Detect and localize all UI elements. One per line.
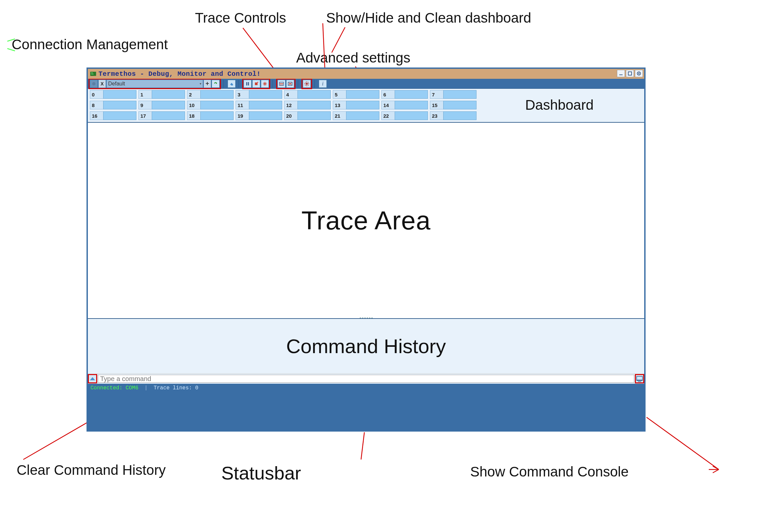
field-value[interactable] — [200, 111, 234, 120]
refresh-profiles-button[interactable] — [212, 80, 220, 88]
dashboard-field[interactable]: 5 — [333, 90, 379, 99]
field-label: 17 — [138, 111, 152, 120]
dashboard-field[interactable]: 12 — [284, 101, 331, 109]
command-history-label: Command History — [286, 335, 446, 358]
eraser-icon — [89, 375, 96, 382]
dashboard-field[interactable]: 2 — [187, 90, 234, 99]
field-value[interactable] — [103, 101, 136, 109]
close-window-button[interactable] — [635, 70, 643, 77]
toolbar-separator — [239, 80, 241, 88]
info-button[interactable]: i — [319, 80, 327, 88]
app-window: Termethos - Debug, Monitor and Control! … — [86, 67, 646, 432]
dashboard-field[interactable]: 19 — [236, 111, 282, 120]
dashboard-field[interactable]: 3 — [236, 90, 282, 99]
dashboard-field[interactable]: 21 — [333, 111, 379, 120]
field-value[interactable] — [395, 90, 428, 99]
stop-trace-button[interactable] — [252, 80, 260, 88]
dashboard-field[interactable]: 22 — [381, 111, 428, 120]
field-value[interactable] — [443, 101, 476, 109]
svg-rect-16 — [619, 74, 623, 75]
pause-trace-button[interactable] — [244, 80, 252, 88]
field-value[interactable] — [249, 111, 282, 120]
field-value[interactable] — [298, 111, 331, 120]
status-separator: | — [144, 385, 148, 391]
dashboard-field[interactable]: 23 — [430, 111, 476, 120]
field-value[interactable] — [103, 111, 136, 120]
field-label: 6 — [381, 90, 395, 99]
field-value[interactable] — [395, 111, 428, 120]
freeze-trace-button[interactable] — [261, 80, 269, 88]
field-value[interactable] — [152, 90, 185, 99]
svg-rect-15 — [91, 74, 94, 74]
command-input-row — [88, 374, 644, 384]
svg-rect-39 — [307, 81, 307, 82]
dashboard-field[interactable]: 8 — [90, 101, 136, 109]
dashboard-field[interactable]: 4 — [284, 90, 331, 99]
svg-rect-48 — [637, 377, 642, 380]
dashboard-field[interactable]: 18 — [187, 111, 234, 120]
field-value[interactable] — [443, 90, 476, 99]
dashboard-field[interactable]: 13 — [333, 101, 379, 109]
field-value[interactable] — [249, 90, 282, 99]
advanced-settings-group — [302, 79, 312, 88]
annotation-clear-cmd-history: Clear Command History — [17, 462, 166, 478]
field-value[interactable] — [200, 90, 234, 99]
field-value[interactable] — [152, 101, 185, 109]
svg-rect-23 — [246, 82, 247, 85]
add-profile-button[interactable]: + — [204, 80, 211, 88]
dashboard-field[interactable]: 17 — [138, 111, 185, 120]
window-title: Termethos - Debug, Monitor and Control! — [98, 70, 261, 78]
status-connected: Connected: COM6 — [90, 385, 138, 391]
minimize-button[interactable] — [617, 70, 625, 77]
dashboard-field[interactable]: 0 — [90, 90, 136, 99]
svg-rect-44 — [308, 82, 309, 83]
field-value[interactable] — [346, 111, 379, 120]
field-label: 23 — [430, 111, 443, 120]
dashboard-field[interactable]: 16 — [90, 111, 136, 120]
svg-line-5 — [332, 27, 345, 53]
dashboard-field[interactable]: 10 — [187, 101, 234, 109]
gear-icon — [305, 81, 309, 86]
field-value[interactable] — [395, 101, 428, 109]
command-history-panel[interactable]: Command History — [88, 319, 644, 374]
dashboard-field[interactable]: 14 — [381, 101, 428, 109]
dashboard-field[interactable]: 11 — [236, 101, 282, 109]
trace-area[interactable]: Trace Area — [88, 123, 644, 319]
field-label: 20 — [284, 111, 298, 120]
clear-trace-button[interactable] — [228, 80, 236, 88]
field-value[interactable] — [298, 101, 331, 109]
field-label: 15 — [430, 101, 443, 109]
field-value[interactable] — [346, 90, 379, 99]
command-input[interactable] — [98, 375, 634, 383]
show-command-console-button[interactable] — [636, 375, 644, 383]
clean-dashboard-button[interactable] — [286, 80, 294, 88]
svg-rect-31 — [280, 82, 284, 85]
field-value[interactable] — [298, 90, 331, 99]
toggle-dashboard-button[interactable] — [278, 80, 286, 88]
dashboard-field[interactable]: 6 — [381, 90, 428, 99]
field-value[interactable] — [200, 101, 234, 109]
dashboard-field[interactable]: 1 — [138, 90, 185, 99]
x-icon: X — [100, 81, 103, 86]
advanced-settings-button[interactable] — [303, 80, 311, 88]
dashboard-field[interactable]: 9 — [138, 101, 185, 109]
profile-select[interactable]: Default ▾ — [106, 80, 203, 88]
splitter-handle[interactable] — [356, 317, 376, 319]
field-value[interactable] — [152, 111, 185, 120]
field-value[interactable] — [443, 111, 476, 120]
disconnect-button[interactable]: X — [98, 80, 106, 88]
field-label: 8 — [90, 101, 103, 109]
connect-button[interactable] — [90, 80, 98, 88]
clear-command-history-button[interactable] — [88, 375, 96, 383]
field-value[interactable] — [103, 90, 136, 99]
dashboard-field[interactable]: 15 — [430, 101, 476, 109]
maximize-button[interactable] — [626, 70, 634, 77]
field-value[interactable] — [346, 101, 379, 109]
svg-point-38 — [306, 83, 308, 85]
field-value[interactable] — [249, 101, 282, 109]
dashboard-field[interactable]: 20 — [284, 111, 331, 120]
svg-line-9 — [647, 417, 719, 469]
dashboard-label: Dashboard — [476, 97, 642, 113]
dashboard-field[interactable]: 7 — [430, 90, 476, 99]
dashboard-panel: 0 1 2 3 4 5 6 7 8 9 10 11 12 13 14 15 16… — [88, 89, 644, 123]
